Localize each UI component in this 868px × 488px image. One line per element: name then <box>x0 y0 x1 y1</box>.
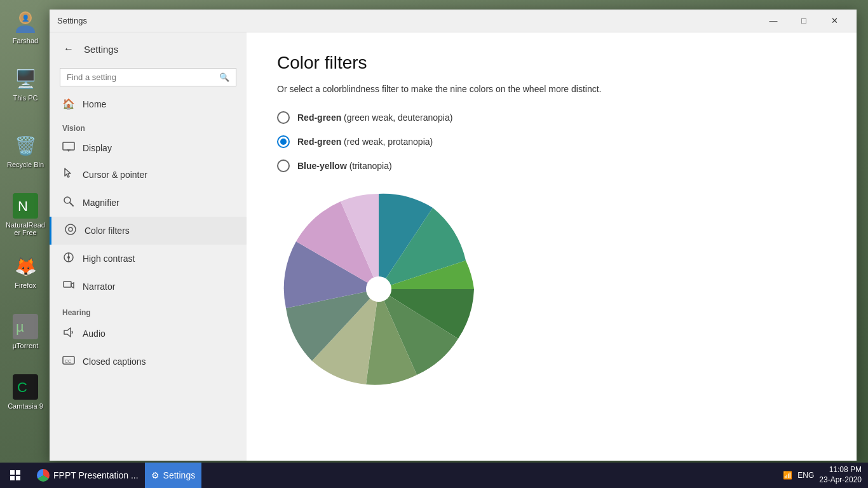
sidebar-item-closedcaption[interactable]: CC Closed captions <box>50 348 247 376</box>
desktop-icon-recycle[interactable]: 🗑️ Recycle Bin <box>3 130 48 171</box>
radio-by-tritanopia[interactable]: Blue-yellow (tritanopia) <box>277 159 826 172</box>
radio-label-1: Red-green (green weak, deuteranopia) <box>297 112 452 123</box>
radio-label-3: Blue-yellow (tritanopia) <box>297 161 392 171</box>
sidebar-section-vision: Vision <box>50 116 247 135</box>
desktop-icon-user-label: Farshad <box>13 37 38 44</box>
highcontrast-icon <box>62 251 75 266</box>
sidebar-item-audio[interactable]: Audio <box>50 320 247 348</box>
svg-text:C: C <box>17 379 27 395</box>
sidebar-closedcaption-label: Closed captions <box>83 356 146 367</box>
taskbar-date: 23-Apr-2020 <box>819 475 862 485</box>
taskbar: FPPT Presentation ... ⚙ Settings 📶 ENG 1… <box>0 463 868 488</box>
desktop-icon-user[interactable]: 👤 Farshad <box>3 6 48 47</box>
desktop-icon-utorrent-label: µTorrent <box>13 342 39 349</box>
sidebar-app-title: Settings <box>84 44 118 55</box>
closedcaption-icon: CC <box>62 354 75 369</box>
desktop-icon-recycle-label: Recycle Bin <box>7 161 44 168</box>
svg-rect-26 <box>16 476 20 480</box>
svg-rect-9 <box>63 142 74 150</box>
sidebar-item-cursor[interactable]: Cursor & pointer <box>50 161 247 189</box>
taskbar-network-icon[interactable]: 📶 <box>783 471 792 480</box>
svg-text:N: N <box>18 198 28 214</box>
sidebar-item-highcontrast[interactable]: High contrast <box>50 245 247 273</box>
svg-rect-24 <box>16 470 20 475</box>
radio-circle-3[interactable] <box>277 159 290 172</box>
color-wheel-container <box>277 187 826 391</box>
settings-window: Settings — □ ✕ ← Settings 🔍 🏠 <box>50 10 857 461</box>
sidebar-home-label: Home <box>83 99 106 109</box>
search-box[interactable]: 🔍 <box>60 68 236 86</box>
sidebar-narrator-label: Narrator <box>83 281 115 292</box>
desktop-icon-naturalreader-label: NaturalReader Free <box>6 221 45 236</box>
sidebar-item-colorfilters[interactable]: Color filters <box>50 217 247 245</box>
back-button[interactable]: ← <box>60 40 78 58</box>
page-title: Color filters <box>277 53 826 73</box>
taskbar-chrome[interactable]: FPPT Presentation ... <box>31 463 145 488</box>
desktop-icon-camtasia-label: Camtasia 9 <box>8 402 43 410</box>
maximize-button[interactable]: □ <box>789 10 818 32</box>
radio-label-2: Red-green (red weak, protanopia) <box>297 137 433 147</box>
page-description: Or select a colorblindness filter to mak… <box>277 83 658 96</box>
desktop-icon-firefox[interactable]: 🦊 Firefox <box>3 251 48 292</box>
svg-text:👤: 👤 <box>22 14 30 22</box>
main-content: Color filters Or select a colorblindness… <box>247 32 857 461</box>
svg-point-14 <box>65 224 76 234</box>
minimize-button[interactable]: — <box>759 10 788 32</box>
svg-point-17 <box>67 256 70 259</box>
sidebar-section-hearing: Hearing <box>50 301 247 320</box>
settings-gear-icon: ⚙ <box>151 470 159 480</box>
search-input[interactable] <box>67 72 215 82</box>
desktop-icon-camtasia[interactable]: C Camtasia 9 <box>3 372 48 412</box>
sidebar-item-magnifier[interactable]: Magnifier <box>50 189 247 217</box>
sidebar-item-narrator[interactable]: Narrator <box>50 273 247 301</box>
svg-text:CC: CC <box>65 359 71 363</box>
taskbar-right: 📶 ENG 11:08 PM 23-Apr-2020 <box>783 465 868 485</box>
radio-circle-2[interactable] <box>277 135 290 148</box>
display-icon <box>62 142 75 154</box>
sidebar-top: ← Settings <box>50 32 247 63</box>
sidebar-audio-label: Audio <box>83 329 105 339</box>
window-controls: — □ ✕ <box>759 10 849 32</box>
taskbar-lang: ENG <box>797 471 814 480</box>
home-icon: 🏠 <box>62 98 75 110</box>
taskbar-time: 11:08 PM 23-Apr-2020 <box>819 465 862 485</box>
svg-rect-18 <box>64 281 71 287</box>
colorfilters-icon <box>64 223 77 238</box>
taskbar-clock: 11:08 PM <box>819 465 862 475</box>
sidebar-colorfilters-label: Color filters <box>85 226 130 236</box>
magnifier-icon <box>62 195 75 210</box>
taskbar-settings-label: Settings <box>163 470 196 480</box>
sidebar-highcontrast-label: High contrast <box>83 254 135 264</box>
sidebar-display-label: Display <box>83 143 112 153</box>
radio-rg-protanopia[interactable]: Red-green (red weak, protanopia) <box>277 135 826 148</box>
desktop-icon-firefox-label: Firefox <box>15 281 36 289</box>
taskbar-chrome-label: FPPT Presentation ... <box>53 470 139 480</box>
close-button[interactable]: ✕ <box>820 10 849 32</box>
window-title: Settings <box>57 16 759 25</box>
search-icon: 🔍 <box>219 72 229 82</box>
taskbar-settings[interactable]: ⚙ Settings <box>145 463 202 488</box>
svg-marker-19 <box>64 328 71 337</box>
audio-icon <box>62 326 75 341</box>
radio-circle-1[interactable] <box>277 111 290 124</box>
chrome-icon <box>37 469 50 482</box>
sidebar-item-display[interactable]: Display <box>50 135 247 161</box>
desktop-icon-utorrent[interactable]: µ µTorrent <box>3 311 48 352</box>
sidebar-item-home[interactable]: 🏠 Home <box>50 92 247 116</box>
svg-point-15 <box>69 227 72 231</box>
svg-rect-25 <box>10 476 15 480</box>
desktop-icon-thispc-label: This PC <box>13 94 37 102</box>
start-button[interactable] <box>0 463 31 488</box>
desktop-icon-thispc[interactable]: 🖥️ This PC <box>3 64 48 104</box>
svg-text:µ: µ <box>16 319 24 335</box>
svg-line-13 <box>70 203 73 206</box>
svg-point-22 <box>366 276 391 302</box>
window-body: ← Settings 🔍 🏠 Home Vision Display <box>50 32 857 461</box>
sidebar: ← Settings 🔍 🏠 Home Vision Display <box>50 32 247 461</box>
desktop: 👤 Farshad 🖥️ This PC 🗑️ Recycle Bin N Na… <box>0 0 868 488</box>
desktop-icon-naturalreader[interactable]: N NaturalReader Free <box>3 191 48 239</box>
color-wheel <box>277 187 480 391</box>
sidebar-cursor-label: Cursor & pointer <box>83 170 147 180</box>
radio-rg-deuteranopia[interactable]: Red-green (green weak, deuteranopia) <box>277 111 826 124</box>
sidebar-magnifier-label: Magnifier <box>83 198 119 208</box>
